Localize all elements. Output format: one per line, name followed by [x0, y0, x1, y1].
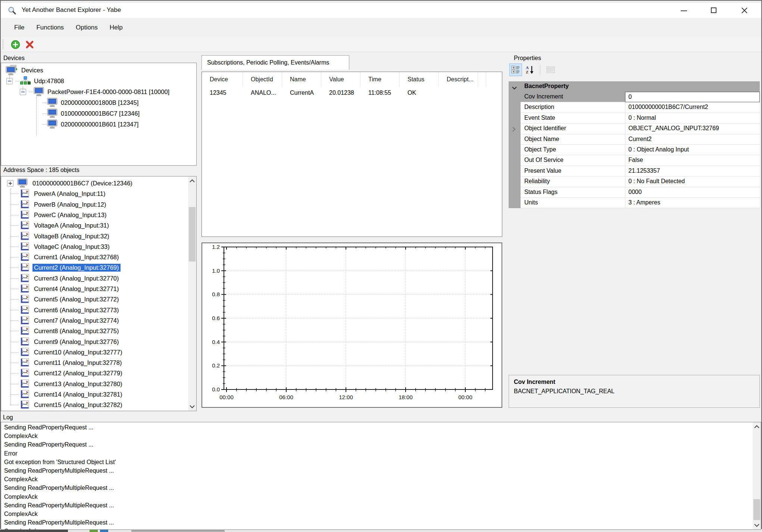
tree-item-label: PacketPower-F1E4-0000-0000-0811 [10000] [46, 88, 171, 96]
svg-text:0.6: 0.6 [212, 315, 220, 321]
minimize-button[interactable] [672, 3, 696, 18]
property-name[interactable]: Cov Increment [521, 92, 625, 102]
table-row[interactable]: 12345ANALO...CurrentA20.0123811:08:55OK [202, 87, 502, 99]
tree-item-label: Current8 (Analog_Input:32775) [32, 327, 121, 335]
property-value[interactable]: 0 : No Fault Detected [625, 176, 760, 187]
trend-icon [21, 200, 29, 210]
tree-guide-line [10, 278, 19, 279]
expand-icon[interactable] [7, 180, 13, 187]
tree-item-label: Current13 (Analog_Input:32780) [32, 380, 124, 388]
menu-functions[interactable]: Functions [30, 24, 70, 31]
column-header-time[interactable]: Time [360, 72, 400, 87]
tree-guide-line [10, 331, 19, 331]
tree-item[interactable]: PowerC (Analog_Input:13) [1, 210, 196, 220]
tree-item[interactable]: 010000000001B6C7 [12346] [1, 108, 196, 119]
property-name[interactable]: Units [521, 198, 625, 208]
menu-options[interactable]: Options [70, 24, 104, 31]
tree-guide-line [10, 384, 19, 384]
property-value[interactable]: False [625, 155, 760, 166]
column-header-objectid[interactable]: ObjectId [243, 72, 282, 87]
tab-subscriptions[interactable]: Subscriptions, Periodic Polling, Events/… [202, 55, 349, 70]
property-name[interactable]: Description [521, 102, 625, 113]
tree-item[interactable]: Current13 (Analog_Input:32780) [1, 379, 196, 389]
tree-item[interactable]: Current4 (Analog_Input:32771) [1, 284, 196, 294]
tree-guide-line [10, 257, 19, 257]
tree-item[interactable]: 010000000001B6C7 (Device:12346) [1, 178, 196, 189]
tree-item[interactable]: VoltageC (Analog_Input:33) [1, 241, 196, 252]
property-name[interactable]: Out Of Service [521, 155, 625, 166]
property-name[interactable]: Object Type [521, 145, 625, 155]
property-value[interactable]: 21.1253357 [625, 166, 760, 176]
tree-item-selected[interactable]: Current2 (Analog_Input:32769) [1, 262, 196, 273]
tree-item-label: Current1 (Analog_Input:32768) [32, 253, 121, 261]
tree-item[interactable]: Current1 (Analog_Input:32768) [1, 252, 196, 263]
remove-device-button[interactable] [24, 39, 35, 50]
trend-icon [21, 242, 29, 252]
tree-guide-line [10, 236, 19, 237]
property-value[interactable]: Current2 [625, 134, 760, 145]
maximize-button[interactable] [702, 3, 725, 18]
tree-item[interactable]: VoltageA (Analog_Input:31) [1, 220, 196, 231]
scrollbar-thumb[interactable] [753, 499, 760, 520]
tree-item[interactable]: Udp:47808 [1, 76, 196, 87]
property-name[interactable]: Reliability [521, 176, 625, 187]
tree-item[interactable]: Current12 (Analog_Input:32779) [1, 368, 196, 379]
devices-tree: DevicesUdp:47808PacketPower-F1E4-0000-00… [1, 63, 197, 166]
property-name[interactable]: Object Identifier [521, 123, 625, 134]
address-space-label: Address Space : 185 objects [3, 167, 79, 173]
tree-item[interactable]: PowerA (Analog_Input:11) [1, 188, 196, 199]
categorized-button[interactable] [509, 63, 522, 76]
property-value[interactable]: 010000000001B6C7/Current2 [625, 102, 760, 113]
close-button[interactable] [733, 3, 756, 18]
column-header-name[interactable]: Name [282, 72, 321, 87]
alphabetical-sort-button[interactable]: A Z [524, 63, 536, 76]
tree-item[interactable]: Current14 (Analog_Input:32781) [1, 389, 196, 400]
tree-item[interactable]: Current5 (Analog_Input:32772) [1, 294, 196, 305]
tree-guide-line [10, 225, 19, 226]
column-header-device[interactable]: Device [202, 72, 243, 87]
add-device-button[interactable] [10, 39, 21, 50]
svg-text:0.8: 0.8 [212, 291, 220, 297]
tree-item[interactable]: Current3 (Analog_Input:32770) [1, 273, 196, 284]
scroll-up-icon[interactable] [753, 422, 761, 431]
tree-item[interactable]: Devices [1, 65, 196, 76]
property-value[interactable]: 0 : Normal [625, 113, 760, 123]
tree-item[interactable]: Current15 (Analog_Input:32782) [1, 400, 196, 410]
property-value[interactable]: 0 : Object Analog Input [625, 145, 760, 155]
tree-item[interactable]: Current8 (Analog_Input:32775) [1, 326, 196, 337]
tree-item[interactable]: Current6 (Analog_Input:32773) [1, 305, 196, 316]
tree-item[interactable]: VoltageB (Analog_Input:32) [1, 231, 196, 242]
tree-item[interactable]: PacketPower-F1E4-0000-0000-0811 [10000] [1, 87, 196, 97]
property-name[interactable]: Object Name [521, 134, 625, 145]
property-name[interactable]: Present Value [521, 166, 625, 176]
log-scrollbar[interactable] [753, 422, 761, 529]
chevron-down-icon[interactable] [512, 85, 517, 91]
property-value[interactable]: 0 [625, 92, 760, 102]
tree-item[interactable]: 020000000001800B [12345] [1, 97, 196, 108]
tree-item[interactable]: Current11 (Analog_Input:32778) [1, 357, 196, 368]
column-header-value[interactable]: Value [321, 72, 360, 87]
menu-help[interactable]: Help [104, 24, 129, 31]
property-value[interactable]: OBJECT_ANALOG_INPUT:32769 [625, 123, 760, 134]
tree-item[interactable]: PowerB (Analog_Input:12) [1, 199, 196, 210]
property-category-label: BacnetProperty [524, 83, 569, 90]
property-value[interactable]: 0000 [625, 187, 760, 198]
property-name[interactable]: Status Flags [521, 187, 625, 198]
tree-item-label: VoltageB (Analog_Input:32) [32, 232, 111, 240]
tree-item[interactable]: Current9 (Analog_Input:32776) [1, 337, 196, 347]
menu-file[interactable]: File [8, 24, 30, 31]
table-cell: OK [400, 87, 439, 99]
scroll-down-icon[interactable] [753, 521, 761, 529]
property-name[interactable]: Event State [521, 113, 625, 123]
tree-item-label: Devices [20, 66, 45, 74]
tree-item[interactable]: Current10 (Analog_Input:32777) [1, 347, 196, 358]
property-category-row[interactable]: BacnetProperty [509, 81, 760, 92]
tree-item[interactable]: Current7 (Analog_Input:32774) [1, 315, 196, 326]
property-value[interactable]: 3 : Amperes [625, 198, 760, 208]
log-line: Sending ReadPropertyMultipleRequest ... [4, 501, 761, 510]
tree-item[interactable]: 020000000001B601 [12347] [1, 119, 196, 130]
column-header-descript-[interactable]: Descript... [439, 72, 478, 87]
column-header-status[interactable]: Status [400, 72, 439, 87]
chevron-right-icon[interactable] [512, 126, 516, 133]
tree-guide-line [10, 267, 19, 268]
